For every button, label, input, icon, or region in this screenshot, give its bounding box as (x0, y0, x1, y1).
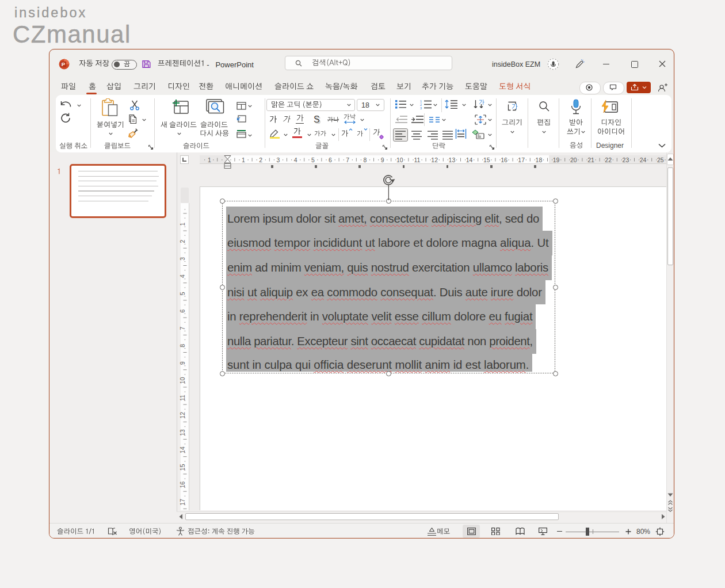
svg-text:1: 1 (179, 222, 186, 226)
svg-text:2: 2 (179, 240, 186, 243)
svg-text:6: 6 (179, 309, 186, 312)
svg-text:19: 19 (553, 156, 560, 163)
svg-text:7: 7 (179, 327, 186, 330)
svg-text:1: 1 (242, 156, 245, 163)
svg-text:15: 15 (483, 156, 490, 163)
svg-text:11: 11 (179, 395, 186, 401)
svg-text:4: 4 (179, 274, 186, 278)
svg-text:5: 5 (311, 156, 315, 163)
svg-text:18: 18 (536, 156, 543, 163)
svg-text:4: 4 (294, 156, 297, 163)
svg-text:8: 8 (363, 156, 367, 163)
svg-text:7: 7 (346, 156, 349, 163)
svg-text:17: 17 (518, 156, 525, 163)
svg-text:P: P (62, 61, 66, 67)
svg-text:16: 16 (501, 156, 507, 163)
svg-text:22: 22 (605, 156, 612, 163)
svg-text:3: 3 (276, 156, 280, 163)
svg-text:21: 21 (587, 156, 594, 163)
svg-text:6: 6 (329, 156, 332, 163)
svg-text:10: 10 (396, 156, 403, 163)
svg-text:23: 23 (623, 156, 629, 163)
svg-text:24: 24 (640, 156, 647, 163)
svg-text:11: 11 (414, 156, 421, 163)
svg-text:25: 25 (657, 156, 664, 163)
svg-text:2: 2 (259, 156, 262, 163)
svg-text:3: 3 (420, 106, 422, 109)
svg-text:13: 13 (449, 156, 456, 163)
svg-text:1: 1 (208, 156, 211, 163)
svg-text:14: 14 (466, 156, 473, 163)
svg-text:9: 9 (381, 156, 384, 163)
svg-text:3: 3 (179, 257, 186, 261)
svg-text:12: 12 (431, 156, 438, 163)
svg-text:5: 5 (179, 292, 186, 295)
svg-text:20: 20 (570, 156, 577, 163)
svg-text:8: 8 (179, 344, 186, 348)
svg-text:9: 9 (179, 361, 186, 365)
